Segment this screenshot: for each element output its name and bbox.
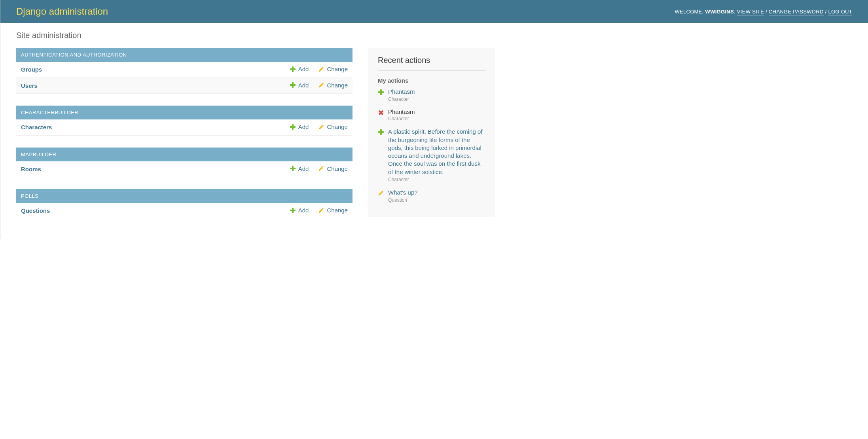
plus-icon	[290, 66, 296, 72]
add-link[interactable]: Add	[290, 66, 309, 72]
plus-icon	[378, 89, 384, 95]
action-item: PhantasmCharacter	[378, 88, 485, 102]
change-link[interactable]: Change	[318, 207, 348, 214]
plus-icon	[290, 165, 296, 172]
model-row: UsersAddChange	[16, 78, 353, 94]
change-label: Change	[327, 66, 348, 72]
add-link[interactable]: Add	[290, 82, 309, 89]
separator: /	[824, 9, 828, 15]
logout-link[interactable]: LOG OUT	[828, 9, 852, 15]
pencil-icon	[318, 82, 324, 88]
app-caption[interactable]: AUTHENTICATION AND AUTHORIZATION	[16, 48, 353, 62]
branding-link[interactable]: Django administration	[16, 6, 108, 17]
change-link[interactable]: Change	[318, 66, 348, 72]
page-title: Site administration	[16, 31, 852, 40]
action-item: What's up?Question	[378, 189, 485, 203]
sidebar: Recent actions My actions PhantasmCharac…	[368, 48, 495, 229]
change-label: Change	[327, 165, 348, 172]
my-actions-heading: My actions	[378, 77, 485, 84]
change-label: Change	[327, 123, 348, 130]
pencil-icon	[318, 165, 324, 172]
change-label: Change	[327, 82, 348, 89]
action-title: Phantasm	[388, 108, 415, 115]
model-row: GroupsAddChange	[16, 62, 353, 78]
plus-icon	[290, 82, 296, 88]
app-caption[interactable]: CHARACTERBUILDER	[16, 106, 353, 119]
app-list: AUTHENTICATION AND AUTHORIZATIONGroupsAd…	[16, 48, 353, 231]
recent-actions-module: Recent actions My actions PhantasmCharac…	[368, 48, 495, 217]
separator: /	[764, 9, 769, 15]
add-label: Add	[298, 123, 309, 130]
model-row: CharactersAddChange	[16, 119, 353, 135]
model-row: QuestionsAddChange	[16, 203, 353, 219]
view-site-link[interactable]: VIEW SITE	[737, 9, 764, 15]
change-label: Change	[327, 207, 348, 214]
pencil-icon	[378, 190, 384, 196]
change-link[interactable]: Change	[318, 82, 348, 89]
app-module: AUTHENTICATION AND AUTHORIZATIONGroupsAd…	[16, 48, 353, 94]
app-module: MAPBUILDERRoomsAddChange	[16, 148, 353, 178]
welcome-label: WELCOME,	[675, 9, 705, 15]
recent-actions-heading: Recent actions	[378, 56, 485, 71]
model-row: RoomsAddChange	[16, 161, 353, 177]
content: Site administration AUTHENTICATION AND A…	[0, 23, 868, 239]
model-link[interactable]: Users	[21, 82, 38, 89]
model-link[interactable]: Rooms	[21, 166, 41, 172]
action-type: Character	[388, 116, 415, 121]
add-link[interactable]: Add	[290, 207, 309, 214]
add-link[interactable]: Add	[290, 123, 309, 130]
add-label: Add	[298, 66, 309, 72]
app-module: CHARACTERBUILDERCharactersAddChange	[16, 106, 353, 136]
add-label: Add	[298, 207, 309, 214]
branding: Django administration	[16, 6, 108, 17]
action-link[interactable]: Phantasm	[388, 88, 415, 96]
model-link[interactable]: Characters	[21, 124, 52, 131]
pencil-icon	[318, 207, 324, 214]
action-item: A plastic spirit. Before the coming of t…	[378, 128, 485, 182]
action-item: PhantasmCharacter	[378, 108, 485, 121]
model-link[interactable]: Questions	[21, 207, 50, 214]
add-link[interactable]: Add	[290, 165, 309, 172]
add-label: Add	[298, 82, 309, 89]
header: Django administration WELCOME, WWIGGINS.…	[0, 0, 868, 23]
action-type: Character	[388, 177, 485, 182]
pencil-icon	[318, 124, 324, 130]
plus-icon	[378, 129, 384, 135]
action-link[interactable]: A plastic spirit. Before the coming of t…	[388, 128, 485, 176]
username: WWIGGINS	[705, 9, 734, 15]
model-link[interactable]: Groups	[21, 66, 42, 73]
action-type: Question	[388, 197, 418, 203]
action-link[interactable]: What's up?	[388, 189, 418, 197]
add-label: Add	[298, 165, 309, 172]
change-password-link[interactable]: CHANGE PASSWORD	[769, 9, 824, 15]
action-list: PhantasmCharacterPhantasmCharacterA plas…	[378, 88, 485, 203]
app-caption[interactable]: MAPBUILDER	[16, 148, 353, 161]
app-module: POLLSQuestionsAddChange	[16, 189, 353, 219]
delete-icon	[378, 110, 384, 116]
action-type: Character	[388, 97, 415, 102]
change-link[interactable]: Change	[318, 165, 348, 172]
app-caption[interactable]: POLLS	[16, 189, 353, 203]
pencil-icon	[318, 66, 324, 72]
plus-icon	[290, 124, 296, 130]
change-link[interactable]: Change	[318, 123, 348, 130]
period: .	[734, 9, 737, 15]
plus-icon	[290, 207, 296, 214]
user-tools: WELCOME, WWIGGINS. VIEW SITE / CHANGE PA…	[675, 9, 852, 15]
